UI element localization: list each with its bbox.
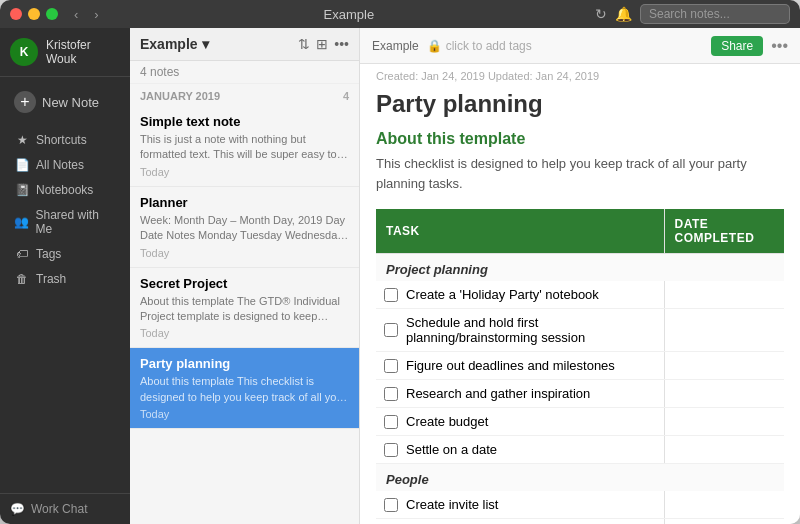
- task-label: Create a 'Holiday Party' notebook: [406, 287, 599, 302]
- sidebar-label-notebooks: Notebooks: [36, 183, 93, 197]
- date-cell: [664, 380, 784, 408]
- notes-list: Example ▾ ⇅ ⊞ ••• 4 notes JANUARY 2019 4…: [130, 28, 360, 524]
- nav-buttons: ‹ ›: [70, 5, 103, 24]
- note-title: Party planning: [360, 82, 800, 130]
- minimize-button[interactable]: [28, 8, 40, 20]
- task-header: TASK: [376, 209, 664, 254]
- work-chat-icon: 💬: [10, 502, 25, 516]
- note-item-party[interactable]: Party planning About this template This …: [130, 348, 359, 429]
- task-cell: Figure out deadlines and milestones: [376, 352, 664, 380]
- work-chat-button[interactable]: 💬 Work Chat: [0, 493, 130, 524]
- close-button[interactable]: [10, 8, 22, 20]
- task-checkbox[interactable]: [384, 359, 398, 373]
- toolbar-actions: Share •••: [711, 36, 788, 56]
- lock-icon: 🔒: [427, 39, 442, 53]
- trash-icon: 🗑: [14, 272, 30, 286]
- task-cell: Compile emails for distribution list or …: [376, 519, 664, 525]
- table-row: Research and gather inspiration: [376, 380, 784, 408]
- task-table: TASK DATE COMPLETED Project planning Cre…: [376, 209, 784, 524]
- date-header: DATE COMPLETED: [664, 209, 784, 254]
- notes-count: 4 notes: [130, 61, 359, 84]
- tag-placeholder[interactable]: 🔒 click to add tags: [427, 39, 532, 53]
- sidebar-nav: ★ Shortcuts 📄 All Notes 📓 Notebooks 👥 Sh…: [0, 127, 130, 493]
- share-button[interactable]: Share: [711, 36, 763, 56]
- task-checkbox[interactable]: [384, 443, 398, 457]
- task-label: Schedule and hold first planning/brainst…: [406, 315, 656, 345]
- grid-icon[interactable]: ⊞: [316, 36, 328, 52]
- note-item-planner[interactable]: Planner Week: Month Day – Month Day, 201…: [130, 187, 359, 268]
- new-note-icon: +: [14, 91, 36, 113]
- template-about: About this template This checklist is de…: [376, 130, 784, 193]
- sidebar-label-shortcuts: Shortcuts: [36, 133, 87, 147]
- back-button[interactable]: ‹: [70, 5, 82, 24]
- table-row: Compile emails for distribution list or …: [376, 519, 784, 525]
- task-checkbox[interactable]: [384, 387, 398, 401]
- table-row: Create a 'Holiday Party' notebook: [376, 281, 784, 309]
- window-title: Example: [103, 7, 595, 22]
- maximize-button[interactable]: [46, 8, 58, 20]
- task-section: Project planning: [376, 254, 784, 282]
- note-item-secret[interactable]: Secret Project About this template The G…: [130, 268, 359, 349]
- user-name: Kristofer Wouk: [46, 38, 120, 66]
- date-cell: [664, 309, 784, 352]
- sidebar-item-trash[interactable]: 🗑 Trash: [4, 267, 126, 291]
- chevron-down-icon: ▾: [202, 36, 209, 52]
- task-label: Create budget: [406, 414, 488, 429]
- main-layout: K Kristofer Wouk + New Note ★ Shortcuts …: [0, 28, 800, 524]
- sidebar-item-shortcuts[interactable]: ★ Shortcuts: [4, 128, 126, 152]
- note-body: About this template This checklist is de…: [360, 130, 800, 524]
- task-label: Settle on a date: [406, 442, 497, 457]
- sidebar-item-tags[interactable]: 🏷 Tags: [4, 242, 126, 266]
- sidebar-item-shared[interactable]: 👥 Shared with Me: [4, 203, 126, 241]
- sidebar-label-shared: Shared with Me: [35, 208, 116, 236]
- note-date: Today: [140, 408, 349, 420]
- forward-button[interactable]: ›: [90, 5, 102, 24]
- notes-section-label: JANUARY 2019 4: [130, 84, 359, 106]
- app-window: ‹ › Example ↻ 🔔 K Kristofer Wouk + New N…: [0, 0, 800, 524]
- date-cell: [664, 352, 784, 380]
- user-profile[interactable]: K Kristofer Wouk: [0, 28, 130, 77]
- traffic-lights: [10, 8, 58, 20]
- titlebar: ‹ › Example ↻ 🔔: [0, 0, 800, 28]
- new-note-button[interactable]: + New Note: [8, 87, 122, 117]
- table-row: Create invite list: [376, 491, 784, 519]
- sync-icon[interactable]: ↻: [595, 6, 607, 22]
- date-cell: [664, 408, 784, 436]
- notes-section-count: 4: [343, 90, 349, 102]
- sidebar-item-all-notes[interactable]: 📄 All Notes: [4, 153, 126, 177]
- task-cell: Schedule and hold first planning/brainst…: [376, 309, 664, 352]
- section-title: People: [376, 464, 784, 492]
- note-meta: Created: Jan 24, 2019 Updated: Jan 24, 2…: [360, 64, 800, 82]
- task-section: People: [376, 464, 784, 492]
- task-checkbox[interactable]: [384, 288, 398, 302]
- more-icon[interactable]: •••: [334, 36, 349, 52]
- task-cell: Create budget: [376, 408, 664, 436]
- bell-icon[interactable]: 🔔: [615, 6, 632, 22]
- note-date: Today: [140, 327, 349, 339]
- note-item-simple[interactable]: Simple text note This is just a note wit…: [130, 106, 359, 187]
- task-checkbox[interactable]: [384, 498, 398, 512]
- task-cell: Create invite list: [376, 491, 664, 519]
- sidebar-label-tags: Tags: [36, 247, 61, 261]
- search-input[interactable]: [640, 4, 790, 24]
- shared-icon: 👥: [14, 215, 29, 229]
- notebooks-icon: 📓: [14, 183, 30, 197]
- titlebar-actions: ↻ 🔔: [595, 4, 790, 24]
- note-date: Today: [140, 247, 349, 259]
- breadcrumb: Example: [372, 39, 419, 53]
- note-preview: About this template The GTD® Individual …: [140, 294, 349, 325]
- task-checkbox[interactable]: [384, 415, 398, 429]
- note-toolbar: Example 🔒 click to add tags Share •••: [360, 28, 800, 64]
- note-preview: This is just a note with nothing but for…: [140, 132, 349, 163]
- sidebar-item-notebooks[interactable]: 📓 Notebooks: [4, 178, 126, 202]
- task-label: Research and gather inspiration: [406, 386, 590, 401]
- sort-icon[interactable]: ⇅: [298, 36, 310, 52]
- task-cell: Settle on a date: [376, 436, 664, 464]
- notes-list-header: Example ▾ ⇅ ⊞ •••: [130, 28, 359, 61]
- sidebar: K Kristofer Wouk + New Note ★ Shortcuts …: [0, 28, 130, 524]
- about-title: About this template: [376, 130, 784, 148]
- task-checkbox[interactable]: [384, 323, 398, 337]
- note-date: Today: [140, 166, 349, 178]
- more-options-button[interactable]: •••: [771, 37, 788, 55]
- all-notes-icon: 📄: [14, 158, 30, 172]
